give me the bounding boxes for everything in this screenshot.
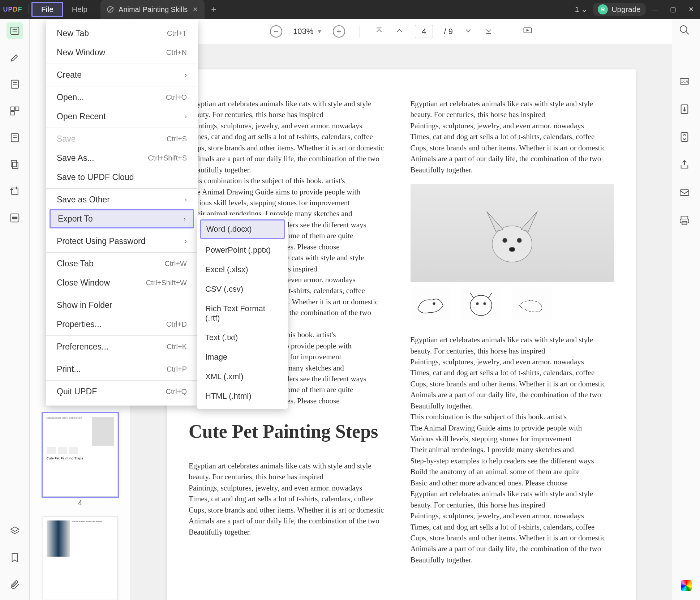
reader-tool[interactable] — [7, 22, 23, 39]
menu-protect[interactable]: Protect Using Password› — [46, 232, 198, 251]
copy-tool[interactable] — [7, 156, 23, 173]
thumbnail-page-5[interactable]: text text text text text text text text … — [43, 517, 118, 600]
menu-new-window[interactable]: New WindowCtrl+N — [46, 43, 198, 62]
page-last-button[interactable] — [484, 26, 493, 37]
export-powerpoint[interactable]: PowerPoint (.pptx) — [197, 240, 288, 260]
body-text: Egyptian art celebrates animals like cat… — [189, 98, 392, 175]
minimize-button[interactable]: — — [646, 0, 664, 18]
menu-save-cloud[interactable]: Save to UPDF Cloud — [46, 168, 198, 187]
svg-point-20 — [433, 303, 435, 305]
menu-close-window[interactable]: Close WindowCtrl+Shift+W — [46, 273, 198, 292]
document-count[interactable]: 1⌄ — [575, 5, 588, 14]
bookmark-icon[interactable] — [7, 549, 23, 566]
page-next-button[interactable] — [464, 26, 473, 37]
form-tool[interactable] — [7, 129, 23, 146]
chevron-down-icon: ⌄ — [581, 5, 588, 14]
thumbnail-label-4: 4 — [78, 499, 82, 507]
presentation-button[interactable] — [523, 26, 533, 37]
export-word[interactable]: Word (.docx) — [200, 219, 285, 239]
menu-print[interactable]: Print...Ctrl+P — [46, 360, 198, 379]
app-logo: UPDF — [0, 6, 25, 13]
search-icon[interactable] — [679, 24, 694, 39]
svg-rect-0 — [10, 27, 19, 34]
svg-text:OCR: OCR — [680, 80, 688, 83]
zoom-out-button[interactable]: − — [270, 25, 282, 38]
svg-line-25 — [686, 31, 689, 34]
svg-point-21 — [470, 295, 492, 316]
chevron-right-icon: › — [184, 215, 186, 223]
thumbnail-page-4[interactable]: Lorem ipsum dolor sit amet text text tex… — [43, 413, 118, 497]
dog-photo — [411, 184, 614, 282]
organize-tool[interactable] — [7, 103, 23, 119]
export-submenu: Word (.docx) PowerPoint (.pptx) Excel (.… — [197, 215, 288, 409]
export-image[interactable]: Image — [197, 347, 288, 367]
menu-save-other[interactable]: Save as Other› — [46, 190, 198, 209]
convert-icon[interactable] — [679, 103, 694, 119]
new-tab-button[interactable]: + — [211, 4, 216, 14]
menu-save-as[interactable]: Save As...Ctrl+Shift+S — [46, 149, 198, 168]
page-heading: Cute Pet Painting Steps — [189, 421, 392, 442]
compress-icon[interactable] — [679, 131, 694, 146]
page-prev-button[interactable] — [395, 26, 404, 37]
email-icon[interactable] — [679, 187, 694, 202]
menu-open[interactable]: Open...Ctrl+O — [46, 88, 198, 107]
avatar: R — [598, 4, 608, 14]
page-first-button[interactable] — [374, 26, 384, 37]
redact-tool[interactable] — [7, 210, 23, 226]
sketch-3 — [512, 287, 551, 320]
menu-open-recent[interactable]: Open Recent› — [46, 107, 198, 126]
attachment-icon[interactable] — [7, 576, 23, 593]
svg-point-22 — [476, 303, 478, 305]
sketch-2 — [461, 287, 501, 320]
svg-rect-30 — [680, 190, 689, 196]
sketch-row — [411, 287, 614, 320]
page-input[interactable]: 4 — [415, 25, 433, 38]
export-html[interactable]: HTML (.html) — [197, 386, 288, 406]
svg-rect-11 — [11, 160, 17, 167]
upgrade-button[interactable]: R Upgrade — [593, 3, 646, 16]
export-csv[interactable]: CSV (.csv) — [197, 279, 288, 299]
ocr-icon[interactable]: OCR — [679, 76, 694, 91]
close-button[interactable]: ✕ — [682, 0, 700, 18]
svg-rect-32 — [680, 219, 689, 223]
svg-rect-31 — [681, 216, 688, 219]
export-rtf[interactable]: Rich Text Format (.rtf) — [197, 299, 288, 328]
share-icon[interactable] — [679, 159, 694, 174]
svg-point-19 — [509, 247, 515, 252]
menu-file[interactable]: File — [31, 2, 63, 17]
divider — [360, 25, 360, 38]
close-tab-icon[interactable]: ✕ — [193, 5, 198, 13]
svg-point-23 — [484, 303, 486, 305]
edit-tool[interactable] — [7, 76, 23, 93]
menu-help[interactable]: Help — [63, 3, 96, 16]
export-xml[interactable]: XML (.xml) — [197, 367, 288, 386]
left-toolbar — [0, 19, 30, 600]
menu-create[interactable]: Create› — [46, 65, 198, 85]
zoom-level[interactable]: 103%▼ — [293, 27, 322, 36]
menu-save: SaveCtrl+S — [46, 129, 198, 149]
print-icon[interactable] — [679, 215, 694, 230]
maximize-button[interactable]: ▢ — [664, 0, 682, 18]
menu-preferences[interactable]: Preferences...Ctrl+K — [46, 337, 198, 356]
zoom-in-button[interactable]: + — [333, 25, 345, 38]
theme-icon[interactable] — [681, 580, 692, 591]
layers-icon[interactable] — [7, 523, 23, 539]
annotate-tool[interactable] — [7, 49, 23, 66]
crop-tool[interactable] — [7, 183, 23, 200]
menu-new-tab[interactable]: New TabCtrl+T — [46, 24, 198, 43]
chevron-right-icon: › — [185, 237, 187, 245]
menu-quit[interactable]: Quit UPDFCtrl+Q — [46, 382, 198, 401]
divider — [28, 4, 29, 14]
menu-export-to[interactable]: Export To› — [50, 209, 194, 228]
export-text[interactable]: Text (.txt) — [197, 328, 288, 347]
file-menu: New TabCtrl+T New WindowCtrl+N Create› O… — [46, 20, 198, 406]
body-text: This combination is the subject of this … — [189, 175, 392, 219]
menu-show-finder[interactable]: Show in Folder — [46, 296, 198, 315]
export-excel[interactable]: Excel (.xlsx) — [197, 260, 288, 279]
chevron-right-icon: › — [185, 196, 187, 203]
menu-close-tab[interactable]: Close TabCtrl+W — [46, 254, 198, 273]
tab-title: Animal Painting Skills — [119, 5, 188, 14]
menu-properties[interactable]: Properties...Ctrl+D — [46, 315, 198, 334]
document-tab[interactable]: Animal Painting Skills ✕ — [100, 0, 205, 19]
svg-rect-6 — [10, 107, 14, 111]
